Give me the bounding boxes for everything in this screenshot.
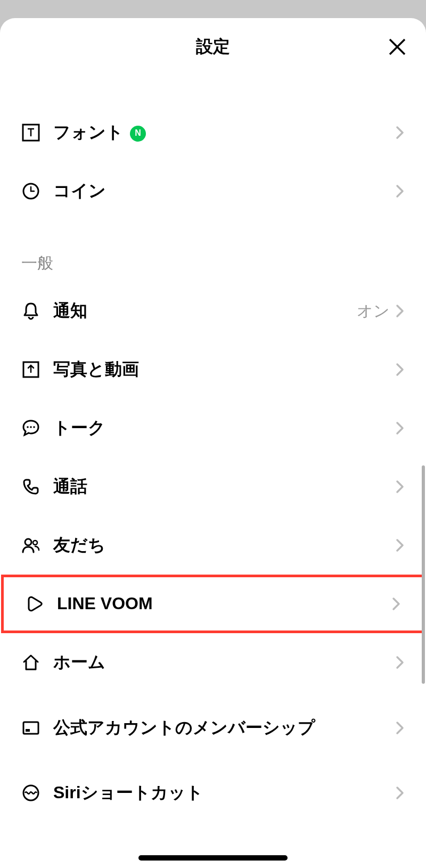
settings-item-membership[interactable]: 公式アカウントのメンバーシップ (0, 692, 426, 764)
new-badge: N (130, 126, 146, 142)
item-label: Siriショートカット (53, 782, 395, 804)
image-icon (21, 360, 40, 379)
settings-item-coin[interactable]: コイン (0, 162, 426, 220)
settings-item-line-voom[interactable]: LINE VOOM (1, 575, 425, 633)
svg-point-7 (33, 541, 37, 545)
coin-icon (21, 182, 40, 201)
item-label: 公式アカウントのメンバーシップ (53, 717, 395, 739)
chevron-right-icon (391, 596, 401, 611)
section-header-general: 一般 (0, 231, 426, 282)
settings-item-talk[interactable]: トーク (0, 399, 426, 457)
card-icon (21, 718, 40, 738)
settings-item-siri[interactable]: Siriショートカット (0, 764, 426, 822)
bell-icon (21, 301, 40, 321)
play-icon (25, 594, 44, 613)
modal-header: 設定 (0, 18, 426, 76)
page-title: 設定 (196, 35, 230, 59)
scrollbar[interactable] (422, 465, 425, 684)
home-indicator[interactable] (138, 855, 288, 861)
close-icon (388, 37, 407, 56)
settings-item-font[interactable]: フォントN (0, 103, 426, 162)
home-icon (21, 653, 40, 672)
item-label: フォントN (53, 121, 395, 144)
settings-item-photo-video[interactable]: 写真と動画 (0, 340, 426, 399)
svg-rect-8 (23, 722, 38, 734)
chevron-right-icon (395, 720, 405, 735)
chevron-right-icon (395, 184, 405, 199)
item-label: 通話 (53, 476, 395, 498)
close-button[interactable] (386, 35, 409, 59)
chevron-right-icon (395, 538, 405, 553)
chevron-right-icon (395, 421, 405, 436)
phone-icon (21, 477, 40, 496)
item-value: オン (357, 300, 390, 322)
friends-icon (21, 536, 40, 555)
settings-item-home[interactable]: ホーム (0, 633, 426, 692)
chevron-right-icon (395, 304, 405, 318)
item-label: 通知 (53, 300, 357, 322)
item-label: 写真と動画 (53, 358, 395, 381)
item-label: コイン (53, 180, 395, 202)
font-icon (21, 123, 40, 142)
svg-point-6 (25, 539, 31, 545)
chevron-right-icon (395, 125, 405, 140)
svg-point-4 (30, 426, 32, 428)
svg-point-3 (27, 426, 29, 428)
settings-modal: 設定 フォントN コイン 一般 通知 オン 写真と動画 (0, 18, 426, 868)
item-label: 友だち (53, 534, 395, 556)
chevron-right-icon (395, 479, 405, 494)
svg-rect-9 (26, 729, 30, 732)
item-label: トーク (53, 417, 395, 439)
settings-item-notifications[interactable]: 通知 オン (0, 282, 426, 340)
item-label: LINE VOOM (57, 593, 391, 615)
chevron-right-icon (395, 362, 405, 377)
settings-item-calls[interactable]: 通話 (0, 457, 426, 516)
chat-icon (21, 419, 40, 438)
svg-point-5 (33, 426, 35, 428)
siri-icon (21, 783, 40, 803)
settings-item-friends[interactable]: 友だち (0, 516, 426, 575)
chevron-right-icon (395, 785, 405, 800)
chevron-right-icon (395, 655, 405, 670)
item-label: ホーム (53, 651, 395, 674)
